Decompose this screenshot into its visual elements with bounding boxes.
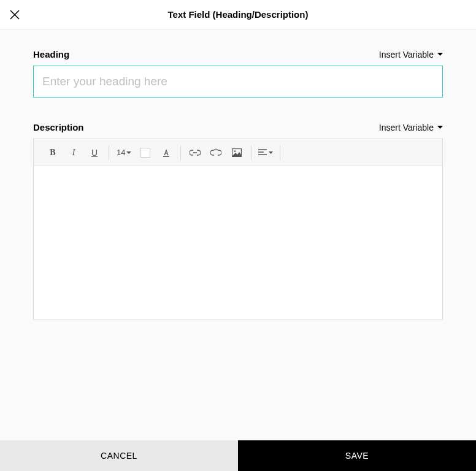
svg-rect-2 <box>163 156 169 157</box>
unlink-button[interactable] <box>205 144 226 162</box>
toolbar-separator <box>180 145 181 160</box>
close-icon <box>9 9 20 20</box>
editor-toolbar: B I U 14 <box>34 139 442 166</box>
modal-title: Text Field (Heading/Description) <box>168 9 309 20</box>
save-button[interactable]: SAVE <box>238 440 476 471</box>
heading-input[interactable] <box>33 66 443 98</box>
image-icon <box>232 148 242 157</box>
rich-text-editor: B I U 14 <box>33 139 443 320</box>
insert-variable-description-label: Insert Variable <box>379 123 434 132</box>
unlink-icon <box>210 148 221 157</box>
footer-actions: CANCEL SAVE <box>0 440 476 471</box>
caret-down-icon <box>437 53 443 56</box>
heading-label: Heading <box>33 49 69 59</box>
align-left-icon <box>258 149 273 156</box>
italic-icon: I <box>72 148 75 158</box>
text-color-button[interactable] <box>156 144 177 162</box>
toolbar-separator <box>280 145 280 160</box>
svg-point-7 <box>234 150 236 152</box>
close-button[interactable] <box>7 7 22 22</box>
text-color-icon <box>161 148 171 158</box>
color-swatch-icon <box>140 148 150 158</box>
font-size-value: 14 <box>117 148 125 157</box>
font-size-dropdown[interactable]: 14 <box>113 148 135 157</box>
background-color-button[interactable] <box>135 144 156 162</box>
toolbar-separator <box>109 145 109 160</box>
align-dropdown[interactable] <box>255 144 276 162</box>
link-button[interactable] <box>185 144 205 162</box>
italic-button[interactable]: I <box>63 144 84 162</box>
link-icon <box>190 150 201 156</box>
caret-down-icon <box>437 126 443 129</box>
description-editor[interactable] <box>34 166 442 320</box>
cancel-button[interactable]: CANCEL <box>0 440 238 471</box>
underline-button[interactable]: U <box>84 144 105 162</box>
modal-header: Text Field (Heading/Description) <box>0 0 476 29</box>
toolbar-separator <box>251 145 251 160</box>
heading-section: Heading Insert Variable <box>33 49 443 98</box>
bold-button[interactable]: B <box>42 144 63 162</box>
insert-variable-description[interactable]: Insert Variable <box>379 123 443 132</box>
underline-icon: U <box>91 148 98 158</box>
bold-icon: B <box>50 148 55 158</box>
image-button[interactable] <box>226 144 247 162</box>
description-label: Description <box>33 122 84 132</box>
caret-down-icon <box>126 151 131 154</box>
description-section: Description Insert Variable B I U <box>33 122 443 320</box>
insert-variable-heading[interactable]: Insert Variable <box>379 50 443 59</box>
insert-variable-heading-label: Insert Variable <box>379 50 434 59</box>
